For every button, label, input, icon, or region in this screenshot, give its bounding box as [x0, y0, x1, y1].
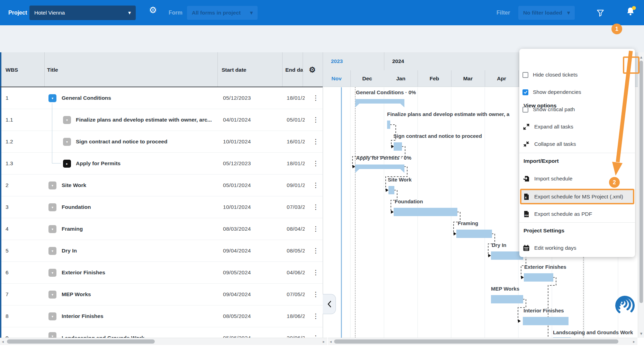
row-menu-kebab-icon[interactable]: ⋮ — [312, 109, 319, 131]
col-header-wbs: WBS — [6, 52, 18, 87]
collapse-row-icon[interactable]: ▾ — [48, 203, 56, 211]
chat-widget-logo[interactable] — [614, 295, 636, 316]
menu-item-expand-all-tasks[interactable]: Expand all tasks — [519, 119, 635, 134]
table-horizontal-scrollbar[interactable]: ◂ ▸ — [0, 338, 327, 345]
chevron-down-icon: ▾ — [128, 10, 131, 16]
table-row[interactable]: 8 ▾ Interior Finishes 08/05/2024 18/06/2… — [1, 305, 323, 327]
row-start-date: 09/04/2024 — [223, 240, 251, 261]
table-row[interactable]: 3 ▾ Foundation 10/01/2024 07/03/2 ⋮ — [1, 196, 323, 218]
gantt-month: Jan — [384, 70, 418, 87]
scrollbar-thumb[interactable] — [334, 339, 618, 344]
menu-item-edit-working-days[interactable]: Edit working days — [519, 240, 635, 256]
table-row[interactable]: 9 ▾ Landscaping and Grounds Work 05/06/2… — [1, 327, 323, 338]
gantt-vertical-scrollbar[interactable]: ▲ ▼ — [638, 52, 644, 338]
calendar-icon — [523, 245, 530, 251]
row-title: General Conditions — [62, 87, 217, 109]
row-menu-kebab-icon[interactable]: ⋮ — [312, 131, 319, 152]
svg-text:x: x — [525, 196, 527, 199]
row-menu-kebab-icon[interactable]: ⋮ — [312, 240, 319, 261]
row-wbs: 2 — [6, 175, 9, 196]
checkbox-checked-icon[interactable] — [522, 89, 528, 95]
filter-select-disabled[interactable]: No filter loaded ▾ — [518, 6, 575, 20]
menu-item-show-dependencies[interactable]: Show dependencies — [519, 85, 635, 100]
row-start-date: 04/01/2024 — [223, 109, 251, 131]
row-menu-kebab-icon[interactable]: ⋮ — [312, 218, 319, 240]
filter-label: Filter — [497, 0, 510, 25]
gantt-month: Apr — [485, 70, 518, 87]
gantt-bar-label: Finalize plans and develop estimate with… — [387, 111, 523, 119]
row-end-date: 16/01/2 — [287, 131, 305, 152]
scrollbar-thumb[interactable] — [639, 61, 643, 303]
row-wbs: 6 — [6, 262, 9, 283]
table-row[interactable]: 4 ▾ Framing 08/03/2024 08/04/2 ⋮ — [1, 218, 323, 240]
collapse-row-icon[interactable]: ▾ — [63, 138, 71, 146]
menu-item-hide-closed-tickets[interactable]: Hide closed tickets — [519, 67, 635, 82]
filter-funnel-icon[interactable] — [596, 9, 605, 17]
table-row[interactable]: 6 ▾ Exterior Finishes 09/05/2024 04/06/2… — [1, 262, 323, 284]
collapse-row-icon[interactable]: ▾ — [63, 116, 71, 124]
collapse-row-icon[interactable]: ▾ — [48, 247, 56, 255]
scroll-left-icon[interactable]: ◂ — [1, 338, 5, 345]
row-menu-kebab-icon[interactable]: ⋮ — [312, 262, 319, 283]
gantt-horizontal-scrollbar[interactable]: ◂ ▸ — [328, 338, 637, 345]
row-menu-kebab-icon[interactable]: ⋮ — [312, 153, 319, 174]
gantt-month: Mar — [451, 70, 485, 87]
expand-arrows-icon — [523, 123, 530, 130]
menu-item-collapse-all-tasks[interactable]: Collapse all tasks — [519, 136, 635, 152]
task-bar — [524, 273, 553, 282]
collapse-arrows-icon — [523, 141, 530, 148]
table-row[interactable]: 2 ▾ Site Work 05/01/2024 09/01/2 ⋮ — [1, 175, 323, 196]
row-end-date: 08/04/2 — [287, 218, 305, 240]
project-select[interactable]: Hotel Vienna ▾ — [29, 6, 136, 20]
expand-row-icon[interactable]: ▸ — [63, 160, 71, 168]
collapse-row-icon[interactable]: ▾ — [48, 225, 56, 233]
scroll-down-icon[interactable]: ▼ — [638, 330, 644, 337]
collapse-row-icon[interactable]: ▾ — [48, 181, 56, 189]
task-bar — [523, 317, 569, 325]
form-select-disabled[interactable]: All forms in project ▾ — [187, 6, 258, 20]
row-menu-kebab-icon[interactable]: ⋮ — [312, 305, 319, 327]
table-row[interactable]: 1.2 ▾ Sign contract and notice to procee… — [1, 131, 323, 153]
notifications-bell-icon[interactable] — [625, 6, 636, 17]
project-settings-gear-icon[interactable]: ⚙ — [149, 5, 157, 16]
table-row[interactable]: 1.1 ▾ Finalize plans and develop estimat… — [1, 109, 323, 131]
menu-item-show-critical-path[interactable]: Show critical path — [519, 102, 635, 117]
table-row[interactable]: 1.3 ▸ Apply for Permits 05/12/2023 18/01… — [1, 153, 323, 175]
scroll-right-icon[interactable]: ▸ — [322, 338, 326, 345]
checkbox-unchecked-icon[interactable] — [522, 72, 528, 78]
row-menu-kebab-icon[interactable]: ⋮ — [312, 87, 319, 109]
form-select-value: All forms in project — [192, 10, 241, 16]
collapse-row-icon[interactable]: ▾ — [48, 269, 56, 277]
row-menu-kebab-icon[interactable]: ⋮ — [312, 196, 319, 218]
table-row[interactable]: 5 ▾ Dry In 09/04/2024 08/05/2 ⋮ — [1, 240, 323, 262]
row-end-date: 07/03/2 — [287, 196, 305, 218]
table-row[interactable]: 7 ▾ MEP Works 09/04/2024 07/05/2 ⋮ — [1, 284, 323, 305]
svg-text:PDF: PDF — [525, 214, 529, 216]
task-bar — [394, 142, 402, 151]
tree-connector-line — [52, 103, 52, 163]
row-menu-kebab-icon[interactable]: ⋮ — [312, 175, 319, 196]
pdf-file-icon: PDF — [523, 211, 530, 218]
row-menu-kebab-icon[interactable]: ⋮ — [312, 284, 319, 305]
col-header-start-date: Start date — [222, 52, 247, 87]
collapse-table-panel-button[interactable] — [323, 294, 336, 314]
menu-item-export-pdf[interactable]: PDF Export schedule as PDF — [519, 206, 635, 222]
menu-item-export-ms-project-xml[interactable]: x Export schedule for MS Project (.xml) — [519, 189, 635, 204]
scrollbar-thumb[interactable] — [7, 339, 155, 344]
checkbox-unchecked-icon[interactable] — [522, 107, 528, 113]
row-wbs: 5 — [6, 240, 9, 261]
scroll-right-icon[interactable]: ▸ — [632, 338, 636, 345]
collapse-row-icon[interactable]: ▾ — [48, 291, 56, 299]
task-bar — [491, 295, 523, 303]
row-wbs: 1.1 — [6, 109, 13, 131]
task-bar — [388, 186, 394, 194]
step-badge-2: 2 — [609, 177, 620, 188]
scroll-left-icon[interactable]: ◂ — [329, 338, 333, 345]
gantt-month: Nov — [323, 70, 350, 87]
column-settings-gear-icon[interactable]: ⚙ — [309, 52, 316, 87]
gantt-bar-label: General Conditions · 0% — [356, 89, 416, 97]
row-end-date: 08/05/2 — [287, 240, 305, 261]
table-row[interactable]: 1 ▾ General Conditions 05/12/2023 18/01/… — [1, 87, 323, 109]
collapse-row-icon[interactable]: ▾ — [48, 94, 56, 102]
collapse-row-icon[interactable]: ▾ — [48, 312, 56, 320]
